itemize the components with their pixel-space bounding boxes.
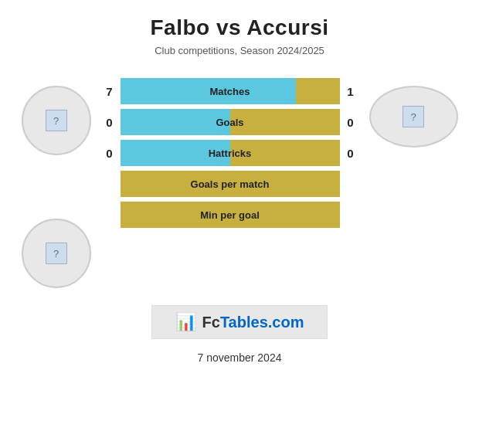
player-right-avatar: ? — [369, 86, 458, 148]
stat-row-min-per-goal: Min per goal — [99, 202, 362, 228]
goals-right-val: 0 — [340, 116, 362, 129]
avatar-placeholder-left: ? — [46, 110, 67, 131]
player-left: ? ? — [22, 86, 91, 288]
matches-bar: Matches — [121, 78, 340, 104]
logo-area: 📊 FcTables.com — [151, 305, 328, 339]
matches-right-val: 1 — [340, 85, 362, 98]
mpg-bar-bg: Min per goal — [121, 202, 340, 228]
logo-icon: 📊 — [175, 312, 196, 332]
stat-row-hattricks: 0 Hattricks 0 — [99, 140, 362, 166]
hattricks-bar: Hattricks — [121, 140, 340, 166]
hattricks-right-val: 0 — [340, 147, 362, 160]
stat-row-goals-per-match: Goals per match — [99, 171, 362, 197]
gpm-bar-bg: Goals per match — [121, 171, 340, 197]
stat-row-matches: 7 Matches 1 — [99, 78, 362, 104]
stat-row-goals: 0 Goals 0 — [99, 109, 362, 135]
hattricks-bar-bg: Hattricks — [121, 140, 340, 166]
mpg-label: Min per goal — [200, 209, 260, 221]
matches-label: Matches — [209, 86, 250, 97]
mpg-bar: Min per goal — [121, 202, 340, 228]
goals-bar: Goals — [121, 109, 340, 135]
matches-bar-bg: Matches — [121, 78, 340, 104]
goals-label: Goals — [216, 117, 243, 128]
page-subtitle: Club competitions, Season 2024/2025 — [155, 45, 324, 56]
hattricks-left-val: 0 — [99, 147, 121, 160]
logo-text: FcTables.com — [202, 314, 304, 331]
avatar-placeholder-right: ? — [403, 106, 424, 127]
stats-container: 7 Matches 1 0 Goals 0 — [99, 78, 362, 228]
matches-left-val: 7 — [99, 85, 121, 98]
avatar-placeholder-left2: ? — [46, 243, 67, 264]
page-title: Falbo vs Accursi — [150, 15, 328, 40]
player-left-avatar2: ? — [22, 219, 91, 288]
goals-bar-bg: Goals — [121, 109, 340, 135]
page-container: Falbo vs Accursi Club competitions, Seas… — [0, 0, 479, 448]
gpm-label: Goals per match — [191, 178, 270, 190]
date-text: 7 november 2024 — [198, 351, 282, 364]
goals-left-fill — [121, 109, 230, 135]
gpm-bar: Goals per match — [121, 171, 340, 197]
matches-left-fill — [121, 78, 296, 104]
player-left-avatar: ? — [22, 86, 91, 155]
goals-left-val: 0 — [99, 116, 121, 129]
hattricks-label: Hattricks — [209, 148, 252, 159]
player-right: ? — [369, 86, 458, 148]
comparison-area: ? ? 7 Matches 1 — [0, 78, 479, 288]
